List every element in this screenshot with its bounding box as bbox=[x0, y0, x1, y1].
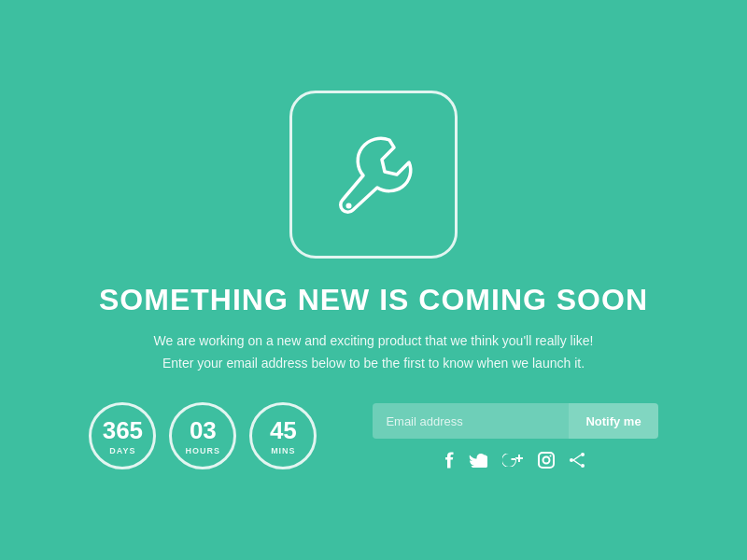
subtitle-line2: Enter your email address below to be the… bbox=[162, 356, 585, 371]
bottom-section: 365 DAYS 03 HOURS 45 MINS Noti bbox=[0, 402, 747, 469]
svg-point-3 bbox=[549, 455, 551, 457]
svg-line-7 bbox=[573, 455, 581, 461]
main-container: SOMETHING NEW IS COMING SOON We are work… bbox=[0, 91, 747, 470]
email-row: Notify me bbox=[373, 403, 657, 439]
wrench-icon bbox=[322, 123, 425, 226]
countdown-label-days: DAYS bbox=[109, 446, 135, 455]
svg-point-2 bbox=[543, 457, 549, 464]
countdown-circle-hours: 03 HOURS bbox=[169, 402, 236, 469]
svg-point-5 bbox=[581, 464, 585, 468]
countdown-group: 365 DAYS 03 HOURS 45 MINS bbox=[89, 402, 317, 469]
countdown-number-days: 365 bbox=[103, 417, 143, 444]
google-plus-icon[interactable] bbox=[502, 454, 523, 467]
svg-point-0 bbox=[346, 203, 352, 208]
subtitle: We are working on a new and exciting pro… bbox=[154, 330, 594, 375]
countdown-number-mins: 45 bbox=[270, 417, 297, 444]
facebook-icon[interactable] bbox=[444, 452, 454, 469]
social-icons bbox=[444, 452, 586, 469]
main-title: SOMETHING NEW IS COMING SOON bbox=[99, 283, 648, 317]
twitter-icon[interactable] bbox=[469, 453, 487, 468]
countdown-mins: 45 MINS bbox=[249, 402, 317, 469]
svg-point-6 bbox=[570, 458, 573, 462]
instagram-icon[interactable] bbox=[538, 452, 555, 469]
countdown-label-hours: HOURS bbox=[186, 446, 221, 455]
countdown-number-hours: 03 bbox=[190, 417, 217, 444]
countdown-label-mins: MINS bbox=[271, 446, 296, 455]
wrench-icon-box bbox=[289, 91, 458, 259]
svg-line-8 bbox=[573, 460, 581, 466]
right-section: Notify me bbox=[373, 403, 657, 469]
subtitle-line1: We are working on a new and exciting pro… bbox=[154, 333, 594, 348]
svg-point-4 bbox=[581, 453, 585, 456]
notify-button[interactable]: Notify me bbox=[569, 403, 657, 439]
countdown-days: 365 DAYS bbox=[89, 402, 156, 469]
email-input[interactable] bbox=[373, 403, 569, 439]
countdown-circle-days: 365 DAYS bbox=[89, 402, 156, 469]
svg-rect-1 bbox=[539, 453, 554, 468]
countdown-hours: 03 HOURS bbox=[169, 402, 236, 469]
countdown-circle-mins: 45 MINS bbox=[249, 402, 317, 469]
share-icon[interactable] bbox=[570, 453, 586, 468]
